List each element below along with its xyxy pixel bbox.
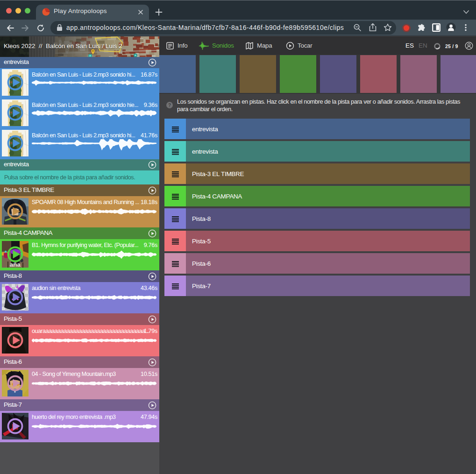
svg-text:aña: aña [10, 261, 21, 268]
svg-text:?: ? [168, 103, 171, 108]
